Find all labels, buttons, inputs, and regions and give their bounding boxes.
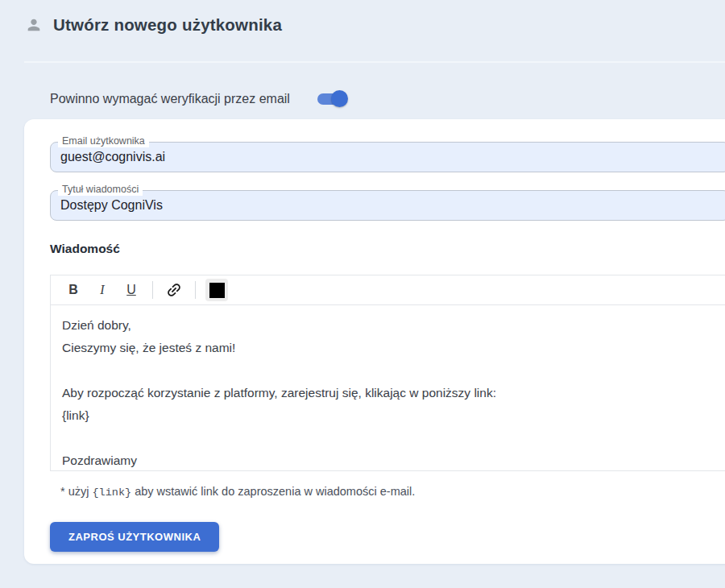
toggle-thumb [331, 90, 348, 107]
message-section-label: Wiadomość [50, 242, 725, 256]
editor-toolbar: B I U [51, 275, 725, 305]
create-user-card: Email użytkownika Tytuł wiadomości Wiado… [24, 119, 725, 564]
message-line [62, 427, 725, 449]
subject-field-container: Tytuł wiadomości [50, 190, 725, 221]
message-body-input[interactable]: Dzień dobry, Cieszymy się, że jesteś z n… [51, 305, 725, 470]
message-line: {link} [62, 404, 725, 427]
email-verification-toggle[interactable] [317, 90, 348, 107]
toolbar-divider [152, 281, 153, 299]
underline-button[interactable]: U [117, 279, 146, 301]
message-line: Cieszymy się, że jesteś z nami! [62, 337, 725, 359]
header-divider [24, 61, 725, 63]
person-icon [25, 16, 43, 34]
message-line: Aby rozpocząć korzystanie z platformy, z… [62, 382, 725, 404]
link-placeholder-hint: * użyj {link} aby wstawić link do zapros… [60, 485, 725, 499]
color-swatch-icon [209, 283, 225, 298]
text-color-button[interactable] [205, 279, 228, 301]
email-field-label: Email użytkownika [58, 135, 149, 147]
message-editor: B I U Dzień dobry, Cieszym [50, 275, 725, 471]
email-verification-row: Powinno wymagać weryfikacji przez email [50, 90, 348, 107]
subject-field[interactable] [51, 198, 725, 213]
subject-field-label: Tytuł wiadomości [58, 184, 143, 196]
message-line [62, 359, 725, 382]
insert-link-button[interactable] [160, 279, 188, 301]
toolbar-divider [195, 281, 196, 299]
page-header: Utwórz nowego użytkownika [0, 0, 725, 35]
invite-user-button[interactable]: ZAPROŚ UŻYTKOWNIKA [50, 522, 219, 552]
italic-button[interactable]: I [88, 279, 117, 301]
email-verification-label: Powinno wymagać weryfikacji przez email [50, 92, 290, 106]
link-icon [165, 281, 183, 299]
hint-code: {link} [93, 487, 132, 499]
bold-button[interactable]: B [59, 279, 88, 301]
page-title: Utwórz nowego użytkownika [53, 15, 282, 35]
hint-suffix: aby wstawić link do zaproszenia w wiadom… [131, 485, 415, 498]
hint-prefix: * użyj [60, 485, 93, 498]
message-line: Dzień dobry, [62, 314, 725, 337]
email-field-container: Email użytkownika [50, 142, 725, 172]
email-field[interactable] [51, 150, 725, 164]
message-line: Pozdrawiamy [62, 449, 725, 470]
